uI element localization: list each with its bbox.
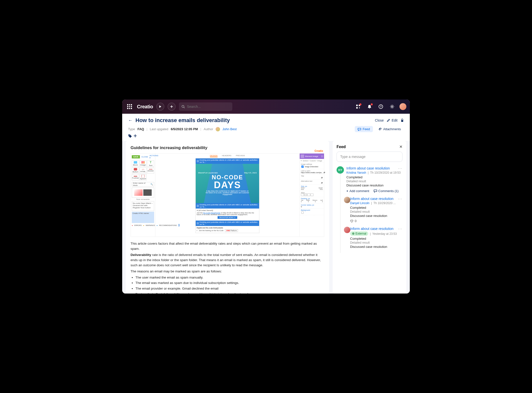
globe-icon (352, 232, 355, 235)
topbar: Creatio ? (122, 99, 410, 114)
feed-item-detail: Detailed result (350, 241, 402, 244)
feed-avatar (344, 227, 350, 233)
article-card: Guidelines for increasing deliverability… (126, 141, 329, 294)
designer-screenshot: SAVE CLOSE ACTIONS ▾ Block Image TText B… (131, 153, 324, 237)
edit-button[interactable]: Edit (387, 118, 398, 122)
logo: Creatio (137, 104, 153, 110)
feed-item-timestamp: Yesterday at 23:53 (372, 232, 397, 236)
feed-item-status: Completed (350, 206, 402, 210)
feed-title: Feed (337, 145, 346, 149)
author-avatar (216, 127, 220, 131)
feed-item: Inform about case resolution ··· Danyel … (350, 197, 402, 223)
feed-thread: KY Inform about case resolution ··· Kris… (337, 166, 402, 253)
search-input[interactable] (187, 105, 230, 109)
feed-item-author[interactable]: Danyel Lincoln (350, 201, 369, 205)
tab-feed[interactable]: Feed (355, 126, 373, 132)
feed-item-status: Completed (350, 237, 402, 240)
more-icon[interactable]: ··· (398, 166, 402, 170)
marketplace-icon[interactable] (354, 103, 362, 111)
feed-item: Inform about case resolution ··· Externa… (350, 227, 402, 249)
more-icon[interactable]: ··· (398, 227, 402, 231)
more-icon[interactable]: ··· (398, 197, 402, 201)
heart-icon (350, 219, 354, 223)
back-button[interactable]: ← (128, 118, 133, 123)
svg-rect-1 (356, 105, 358, 106)
feed-item-timestamp: Th 10/29/2020 ... (373, 201, 396, 205)
search-box[interactable] (179, 102, 232, 111)
page-header: ← How to increase emails deliverability … (122, 114, 410, 125)
add-button[interactable] (168, 103, 176, 111)
list-item: The email was marked as spam due to indi… (135, 281, 324, 286)
svg-point-9 (129, 135, 130, 136)
article-intro: This article covers factors that aftect … (131, 241, 324, 252)
article-body: This article covers factors that aftect … (131, 241, 324, 294)
designer-left-panel: SAVE CLOSE ACTIONS ▾ Block Image TText B… (131, 154, 155, 237)
svg-rect-8 (401, 120, 403, 122)
add-tag-button[interactable] (133, 134, 137, 138)
tag-icon[interactable] (128, 134, 132, 138)
search-icon (181, 105, 185, 108)
settings-icon[interactable] (388, 103, 396, 111)
list-item: Factors that affect deliverability can b… (135, 292, 324, 294)
feed-item-timestamp: Th 10/29/2020 at 19:53 (370, 171, 401, 174)
help-icon[interactable]: ? (377, 103, 385, 111)
feed-item-author[interactable]: Kristina Yarosh (346, 171, 366, 174)
updated-value: 6/5/2023 12:05 PM (171, 127, 198, 131)
pencil-icon (387, 119, 390, 122)
svg-point-0 (182, 105, 184, 108)
author-label: Author (204, 127, 213, 131)
external-badge: External (350, 231, 368, 236)
feed-item-desc: Discussed case resolution (350, 214, 402, 218)
article-bullets: The user marked the email as spam manual… (131, 275, 324, 294)
meta-row: Type FAQ | Last upgated 6/5/2023 12:05 P… (122, 125, 410, 134)
designer-inspector: Creatio Element imageⓘ ▸ Section › Colum… (299, 154, 324, 237)
feed-panel: Feed ✕ Type a message KY Inform about ca… (333, 141, 406, 294)
feed-item-title[interactable]: Inform about case resolution (350, 227, 394, 231)
body: Guidelines for increasing deliverability… (122, 141, 410, 294)
feed-item-title[interactable]: Inform about case resolution (350, 197, 394, 201)
tag-row (122, 134, 410, 141)
feed-icon (358, 127, 361, 131)
article-reasons: The reasons an email may be marked as sp… (131, 269, 324, 274)
comment-icon (374, 189, 377, 193)
type-label: Type (128, 127, 135, 131)
updated-label: Last upgated (150, 127, 168, 131)
app-window: Creatio ? ← How to increase email (122, 99, 410, 294)
feed-item-title[interactable]: Inform about case resolution (346, 166, 390, 170)
feed-item-detail: Detailed result (346, 180, 402, 183)
designer-canvas: DESIGN HEADERS PREVIEW Existing and pote… (155, 154, 299, 237)
svg-rect-3 (356, 107, 358, 109)
lock-icon[interactable] (400, 119, 404, 122)
app-launcher-icon[interactable] (126, 103, 133, 111)
type-value: FAQ (137, 127, 144, 131)
author-link[interactable]: John Best (222, 127, 237, 131)
play-button[interactable] (156, 103, 164, 111)
like-row[interactable]: 0 (350, 219, 402, 223)
svg-point-4 (359, 107, 360, 108)
feed-avatar: KY (337, 166, 344, 174)
close-button[interactable]: Close (375, 118, 384, 122)
feed-item-desc: Discussed case resolution (346, 183, 402, 187)
feed-item-desc: Discussed case resolution (350, 245, 402, 249)
list-item: The email provider or example. Gmail dec… (135, 286, 324, 291)
feed-message-input[interactable]: Type a message (337, 152, 402, 162)
feed-item-status: Completed (346, 175, 402, 179)
page-title: How to increase emails deliverability (135, 117, 372, 124)
feed-item-detail: Detailed result (350, 210, 402, 213)
svg-text:?: ? (380, 105, 382, 108)
close-icon[interactable]: ✕ (399, 144, 402, 149)
svg-point-7 (391, 106, 393, 107)
notifications-icon[interactable] (366, 103, 373, 111)
section-title: Guidelines for increasing deliverability (131, 145, 324, 150)
comments-button[interactable]: Comments (1) (374, 189, 399, 193)
feed-avatar (344, 197, 350, 203)
feed-item: KY Inform about case resolution ··· Kris… (346, 166, 402, 193)
list-item: The user marked the email as spam manual… (135, 275, 324, 280)
attachment-icon (378, 127, 382, 131)
add-comment-button[interactable]: +Add comment (346, 189, 369, 193)
user-avatar[interactable] (399, 103, 406, 110)
tab-attachments[interactable]: Attachments (375, 126, 404, 132)
